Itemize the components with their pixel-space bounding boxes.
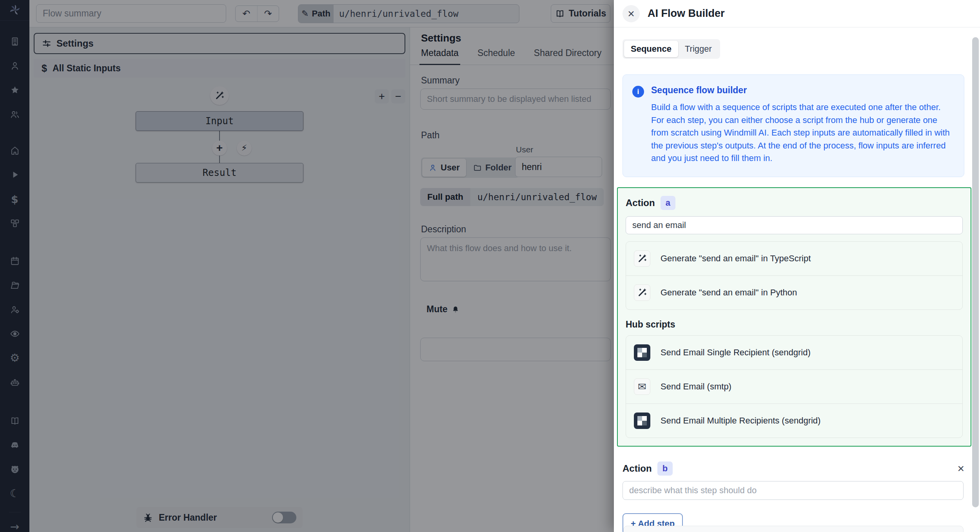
ai-flow-builder-drawer: × AI Flow Builder Sequence Trigger i Seq…	[614, 0, 980, 532]
hub-scripts-label: Hub scripts	[626, 319, 963, 330]
info-title: Sequence flow builder	[651, 85, 953, 96]
info-content: Sequence flow builder Build a flow with …	[651, 85, 953, 165]
info-icon: i	[632, 86, 644, 98]
action-b-input[interactable]	[622, 481, 964, 500]
drawer-body: Sequence Trigger i Sequence flow builder…	[614, 27, 980, 532]
generate-python-label: Generate "send an email" in Python	[661, 288, 797, 298]
hub-script-row[interactable]: Send Email Single Recipient (sendgrid)	[626, 336, 962, 369]
info-box: i Sequence flow builder Build a flow wit…	[622, 74, 964, 177]
action-a-input[interactable]	[626, 216, 963, 234]
info-body: Build a flow with a sequence of scripts …	[651, 101, 953, 165]
mode-tabs: Sequence Trigger	[622, 39, 720, 59]
action-a-badge: a	[661, 196, 675, 210]
action-b-header: Action b ×	[622, 461, 964, 476]
tab-sequence[interactable]: Sequence	[624, 41, 678, 57]
hub-scripts-list: Send Email Single Recipient (sendgrid) ✉…	[626, 335, 963, 438]
sendgrid-icon	[634, 344, 650, 361]
remove-action-b-button[interactable]: ×	[957, 463, 964, 474]
tab-trigger[interactable]: Trigger	[678, 41, 719, 57]
wand-icon	[634, 250, 650, 267]
generate-typescript-option[interactable]: Generate "send an email" in TypeScript	[626, 242, 962, 275]
action-b-badge: b	[657, 461, 673, 476]
generate-typescript-label: Generate "send an email" in TypeScript	[661, 253, 811, 264]
generate-options-list: Generate "send an email" in TypeScript G…	[626, 241, 963, 310]
sendgrid-icon	[634, 413, 650, 429]
next-section-partial	[623, 526, 964, 532]
generate-python-option[interactable]: Generate "send an email" in Python	[626, 275, 962, 309]
app-window: $⚙☾→ ↶ ↷ ✎ Path u/henri/unrivaled_flow T…	[0, 0, 980, 532]
hub-script-label: Send Email (smtp)	[661, 382, 731, 392]
action-a-label: Action	[626, 197, 655, 208]
action-a-section: Action a Generate "send an email" in Typ…	[617, 187, 971, 447]
hub-script-row[interactable]: ✉ Send Email (smtp)	[626, 369, 962, 404]
hub-script-row[interactable]: Send Email Multiple Recipients (sendgrid…	[626, 404, 962, 438]
drawer-title: AI Flow Builder	[648, 7, 725, 20]
action-a-header: Action a	[626, 196, 963, 210]
drawer-scrollbar[interactable]	[972, 37, 979, 507]
wand-icon	[634, 284, 650, 301]
close-drawer-button[interactable]: ×	[622, 5, 640, 22]
modal-dim-overlay[interactable]	[0, 0, 614, 532]
drawer-header: × AI Flow Builder	[614, 0, 980, 27]
email-icon: ✉	[634, 378, 650, 395]
action-b-label: Action	[622, 463, 652, 474]
hub-script-label: Send Email Multiple Recipients (sendgrid…	[661, 416, 820, 426]
hub-script-label: Send Email Single Recipient (sendgrid)	[661, 347, 811, 358]
